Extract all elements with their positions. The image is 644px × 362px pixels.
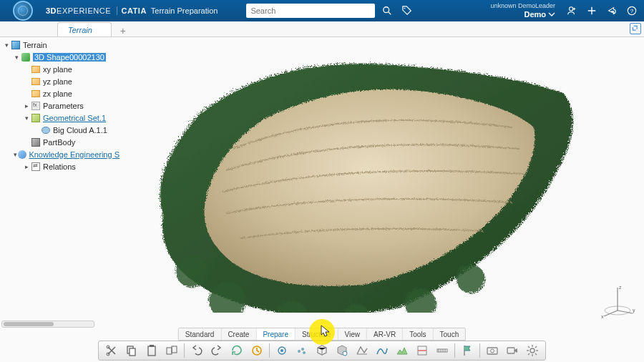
flag-icon[interactable] bbox=[458, 342, 477, 359]
main-area: ▾ Terrain ▾ 3D Shape00002130 xy plane yz… bbox=[0, 37, 644, 362]
cloud-group-icon[interactable] bbox=[293, 342, 311, 359]
axis-x-label: x bbox=[601, 314, 604, 319]
tab-ar-vr[interactable]: AR-VR bbox=[367, 328, 403, 340]
undo-icon[interactable] bbox=[187, 342, 206, 359]
chevron-down-icon bbox=[548, 11, 555, 18]
svg-line-44 bbox=[535, 346, 537, 348]
refresh-icon[interactable] bbox=[228, 342, 246, 359]
help-icon[interactable]: ? bbox=[624, 3, 640, 19]
app-context: Terrain Preparation bbox=[151, 6, 218, 15]
axis-z-label: z bbox=[619, 285, 622, 290]
compass-launcher[interactable] bbox=[0, 0, 46, 21]
tab-tools[interactable]: Tools bbox=[403, 328, 433, 340]
svg-line-43 bbox=[535, 353, 537, 355]
plus-icon[interactable] bbox=[584, 3, 600, 19]
add-user-icon[interactable] bbox=[564, 3, 580, 19]
display-icon[interactable] bbox=[273, 342, 291, 359]
tab-prepare[interactable]: Prepare bbox=[256, 328, 296, 340]
axis-y-label: y bbox=[633, 308, 635, 313]
update-icon[interactable] bbox=[248, 342, 266, 359]
expand-icon[interactable] bbox=[630, 23, 641, 34]
app-title: 3DEXPERIENCE CATIA bbox=[46, 6, 147, 15]
svg-rect-34 bbox=[487, 348, 497, 354]
viewport-3d[interactable]: z x y bbox=[0, 37, 644, 362]
tree-scrollbar[interactable] bbox=[1, 321, 94, 328]
svg-line-1 bbox=[389, 12, 391, 15]
svg-rect-19 bbox=[130, 348, 135, 356]
search-icon[interactable] bbox=[379, 3, 395, 19]
app-header: 3DEXPERIENCE CATIA Terrain Preparation u… bbox=[0, 0, 644, 21]
brand-bold: 3D bbox=[46, 6, 57, 15]
action-bar-tabs: Standard Create Prepare Structure View A… bbox=[178, 328, 466, 341]
settings-icon[interactable] bbox=[523, 342, 542, 359]
document-tabstrip: Terrain + bbox=[0, 21, 644, 37]
svg-point-28 bbox=[301, 348, 304, 351]
record-icon[interactable] bbox=[503, 342, 522, 359]
tag-icon[interactable] bbox=[399, 3, 415, 19]
search-box[interactable] bbox=[246, 4, 375, 18]
analyze-icon[interactable] bbox=[333, 342, 351, 359]
capture-icon[interactable] bbox=[483, 342, 502, 359]
svg-point-26 bbox=[280, 349, 283, 352]
terrain-icon[interactable] bbox=[393, 342, 411, 359]
section-icon[interactable] bbox=[413, 342, 431, 359]
svg-point-11 bbox=[454, 263, 483, 291]
terrain-pointcloud bbox=[125, 41, 597, 313]
tab-label: Terrain bbox=[68, 26, 92, 34]
svg-line-45 bbox=[528, 353, 530, 355]
svg-rect-22 bbox=[167, 348, 172, 354]
app-product: CATIA bbox=[117, 6, 147, 15]
action-toolbar bbox=[98, 341, 546, 361]
orientation-triad[interactable]: z x y bbox=[600, 283, 635, 319]
compass-icon bbox=[13, 1, 33, 21]
tab-touch[interactable]: Touch bbox=[434, 328, 466, 340]
paste-icon[interactable] bbox=[142, 342, 161, 359]
tab-create[interactable]: Create bbox=[221, 328, 256, 340]
svg-point-3 bbox=[570, 7, 573, 11]
copy-icon[interactable] bbox=[122, 342, 141, 359]
svg-point-30 bbox=[343, 351, 347, 356]
svg-point-6 bbox=[174, 254, 205, 285]
svg-text:?: ? bbox=[630, 8, 634, 14]
svg-rect-21 bbox=[150, 345, 154, 347]
search-input[interactable] bbox=[250, 6, 371, 15]
tab-view[interactable]: View bbox=[338, 328, 368, 340]
share-icon[interactable] bbox=[604, 3, 620, 19]
mesh-icon[interactable] bbox=[353, 342, 371, 359]
primitive-icon[interactable] bbox=[313, 342, 331, 359]
svg-point-29 bbox=[303, 351, 306, 354]
svg-rect-36 bbox=[507, 348, 514, 353]
svg-point-0 bbox=[384, 7, 389, 13]
svg-point-35 bbox=[491, 349, 494, 353]
brand-rest: EXPERIENCE bbox=[57, 6, 111, 15]
tab-structure[interactable]: Structure bbox=[296, 328, 338, 340]
cut-icon[interactable] bbox=[102, 342, 121, 359]
svg-point-37 bbox=[530, 348, 535, 353]
scrollbar-thumb[interactable] bbox=[4, 322, 54, 326]
svg-point-2 bbox=[404, 8, 406, 9]
user-name: unknown DemoLeader bbox=[490, 3, 555, 10]
svg-rect-23 bbox=[172, 346, 177, 353]
svg-line-42 bbox=[528, 346, 530, 348]
svg-rect-20 bbox=[148, 346, 155, 356]
svg-line-14 bbox=[604, 310, 618, 316]
user-role: Demo bbox=[524, 10, 546, 19]
user-block[interactable]: unknown DemoLeader Demo bbox=[490, 3, 555, 19]
tab-standard[interactable]: Standard bbox=[179, 328, 222, 340]
clone-icon[interactable] bbox=[162, 342, 181, 359]
redo-icon[interactable] bbox=[208, 342, 226, 359]
tab-terrain[interactable]: Terrain bbox=[57, 22, 112, 36]
tab-add-button[interactable]: + bbox=[117, 25, 129, 36]
curve-icon[interactable] bbox=[373, 342, 391, 359]
measure-icon[interactable] bbox=[433, 342, 452, 359]
svg-point-27 bbox=[298, 350, 301, 353]
